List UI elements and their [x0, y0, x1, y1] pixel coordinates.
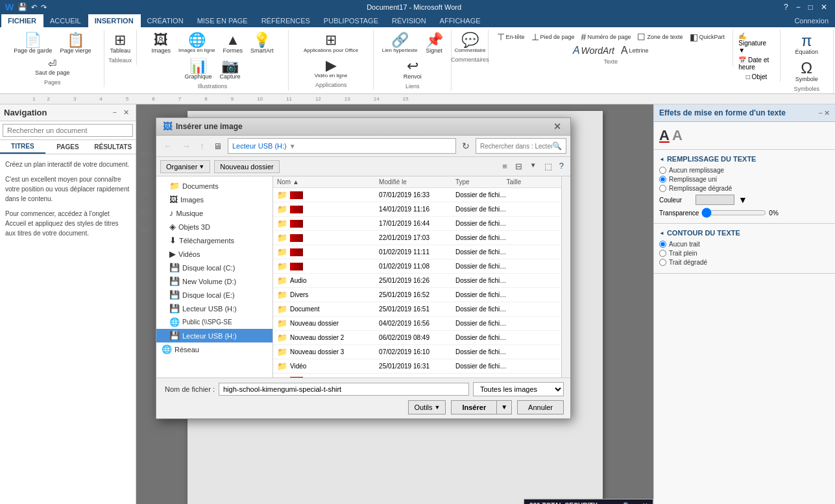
file-row[interactable]: 📁 07/02/2019 10:28 Dossier de fichiers	[273, 374, 561, 378]
address-chevron[interactable]: ▼	[289, 143, 296, 150]
file-row[interactable]: 📁Document 25/01/2019 16:51 Dossier de fi…	[273, 302, 561, 317]
btn-renvoi[interactable]: ↩Renvoi	[400, 57, 425, 82]
tree-item-lecteur-usb[interactable]: 💾 Lecteur USB (H:)	[156, 302, 272, 315]
btn-tableau[interactable]: ⊞Tableau	[106, 31, 134, 56]
tree-item-lecteur-usb2[interactable]: 💾 Lecteur USB (H:)	[156, 329, 272, 342]
right-pane-minimize[interactable]: −	[819, 109, 823, 117]
dialog-pc-btn[interactable]: 🖥	[210, 139, 225, 153]
file-row[interactable]: 📁 22/01/2019 17:03 Dossier de fichiers	[273, 231, 561, 245]
btn-lien[interactable]: 🔗Lien hypertexte	[379, 31, 421, 56]
outline-degrade-radio[interactable]	[659, 259, 666, 266]
btn-date[interactable]: 📅 Date et heure	[737, 55, 775, 72]
color-box[interactable]	[696, 195, 734, 205]
btn-signature[interactable]: ✍ Signature ▼	[737, 31, 775, 55]
file-row[interactable]: 📁Divers 25/01/2019 16:52 Dossier de fich…	[273, 288, 561, 302]
btn-page-vierge[interactable]: 📋Page vierge	[56, 31, 94, 56]
btn-numero-page[interactable]: #Numéro de page	[579, 31, 634, 43]
quick-redo[interactable]: ↷	[41, 3, 47, 12]
outline-plein-radio[interactable]	[659, 250, 666, 257]
filename-input[interactable]	[219, 383, 469, 396]
tree-item-volume-d[interactable]: 💾 New Volume (D:)	[156, 274, 272, 288]
view-details-btn[interactable]: ⊟	[512, 160, 526, 173]
insert-dropdown[interactable]: ▼	[496, 400, 512, 414]
fill-uni-radio[interactable]	[659, 176, 666, 183]
file-row[interactable]: 📁 14/01/2019 11:16 Dossier de fichiers	[273, 202, 561, 217]
file-row[interactable]: 📁 17/01/2019 16:44 Dossier de fichiers	[273, 217, 561, 231]
text-fill-icon[interactable]: A	[659, 127, 670, 144]
minimize-btn[interactable]: −	[793, 3, 803, 12]
right-pane-close[interactable]: ✕	[824, 109, 830, 117]
dialog-close-btn[interactable]: ✕	[551, 121, 564, 132]
outline-none-radio[interactable]	[659, 241, 666, 248]
dialog-back-btn[interactable]: ←	[160, 139, 176, 153]
tree-item-images[interactable]: 🖼 Images	[156, 193, 272, 206]
file-row[interactable]: 📁Audio 25/01/2019 16:26 Dossier de fichi…	[273, 274, 561, 288]
organize-btn[interactable]: Organiser ▼	[160, 160, 210, 173]
btn-capture[interactable]: 📷Capture	[217, 57, 244, 82]
btn-entete[interactable]: ⊤En-tête	[494, 31, 527, 43]
new-folder-btn[interactable]: Nouveau dossier	[214, 160, 280, 173]
file-row[interactable]: 📁 01/02/2019 11:08 Dossier de fichiers	[273, 259, 561, 274]
btn-wordart[interactable]: AWordArt	[570, 44, 617, 57]
tab-references[interactable]: RÉFÉRENCES	[255, 14, 317, 27]
tree-item-disque-c[interactable]: 💾 Disque local (C:)	[156, 261, 272, 274]
btn-saut-page[interactable]: ⏎Saut de page	[32, 57, 73, 78]
tree-item-musique[interactable]: ♪ Musique	[156, 206, 272, 220]
file-row[interactable]: 📁Nouveau dossier 3 07/02/2019 16:10 Doss…	[273, 345, 561, 359]
text-outline-title[interactable]: CONTOUR DU TEXTE	[659, 229, 830, 237]
help-btn[interactable]: ?	[781, 3, 791, 12]
filetype-select[interactable]: Toutes les images	[473, 382, 564, 396]
btn-pied-page[interactable]: ⊥Pied de page	[529, 31, 577, 43]
tools-btn[interactable]: Outils ▼	[408, 400, 446, 414]
btn-lettrine[interactable]: ALettrine	[618, 44, 651, 57]
btn-images[interactable]: 🖼Images	[149, 31, 175, 56]
tree-item-disque-e[interactable]: 💾 Disque local (E:)	[156, 288, 272, 302]
view-chevron-btn[interactable]: ▼	[527, 160, 540, 173]
tree-item-documents[interactable]: 📁 Documents	[156, 179, 272, 193]
file-row[interactable]: 📁Nouveau dossier 2 06/02/2019 08:49 Doss…	[273, 331, 561, 345]
btn-applications-office[interactable]: ⊞Applications pour Office	[300, 31, 361, 55]
nav-pane-minimize[interactable]: −	[110, 107, 119, 118]
col-header-name[interactable]: Nom ▲	[277, 178, 379, 186]
tree-item-public[interactable]: 🌐 Public (\\SPG-SE	[156, 315, 272, 329]
nav-tab-resultats[interactable]: RÉSULTATS	[90, 140, 136, 154]
col-header-size[interactable]: Taille	[506, 178, 557, 186]
dialog-forward-btn[interactable]: →	[178, 139, 194, 153]
nav-search-input[interactable]	[3, 124, 133, 137]
btn-quickpart[interactable]: ◧QuickPart	[687, 31, 728, 43]
dialog-help-btn[interactable]: ?	[557, 160, 566, 173]
file-row[interactable]: 📁Nouveau dossier 04/02/2019 16:56 Dossie…	[273, 317, 561, 331]
scrollbar[interactable]	[561, 176, 570, 378]
view-preview-btn[interactable]: ⬚	[541, 160, 555, 173]
tab-mise-en-page[interactable]: MISE EN PAGE	[191, 14, 255, 27]
btn-video-en-ligne[interactable]: ▶Vidéo en ligne	[311, 56, 351, 80]
btn-commentaire[interactable]: 💬Commentaire	[451, 31, 489, 55]
tab-revision[interactable]: RÉVISION	[385, 14, 433, 27]
fill-degrade-radio[interactable]	[659, 185, 666, 192]
tab-insertion[interactable]: INSERTION	[88, 14, 141, 27]
view-list-btn[interactable]: ≡	[499, 160, 511, 173]
file-row[interactable]: 📁 07/01/2019 16:33 Dossier de fichiers	[273, 188, 561, 202]
btn-symbole[interactable]: ΩSymbole	[792, 58, 821, 84]
tab-publipostage[interactable]: PUBLIPOSTAGE	[317, 14, 385, 27]
tab-accueil[interactable]: ACCUEIL	[43, 14, 88, 27]
insert-btn[interactable]: Insérer	[451, 400, 496, 414]
dialog-search-input[interactable]	[480, 143, 552, 150]
tree-item-objets3d[interactable]: ◈ Objets 3D	[156, 220, 272, 234]
nav-pane-close[interactable]: ✕	[121, 107, 132, 118]
nav-tab-pages[interactable]: PAGES	[45, 140, 91, 154]
quick-save[interactable]: 💾	[18, 3, 27, 12]
dialog-up-btn[interactable]: ↑	[197, 139, 208, 153]
color-picker-btn[interactable]: ▼	[738, 195, 747, 205]
btn-zone-texte[interactable]: ☐Zone de texte	[635, 31, 685, 43]
col-header-date[interactable]: Modifié le	[379, 178, 455, 186]
tab-affichage[interactable]: AFFICHAGE	[433, 14, 488, 27]
btn-graphique[interactable]: 📊Graphique	[182, 57, 215, 82]
tree-item-reseau[interactable]: 🌐 Réseau	[156, 342, 272, 356]
tab-creation[interactable]: CRÉATION	[141, 14, 191, 27]
btn-smartart[interactable]: 💡SmartArt	[247, 31, 277, 56]
quick-undo[interactable]: ↶	[31, 3, 37, 12]
fill-none-radio[interactable]	[659, 167, 666, 174]
tab-fichier[interactable]: FICHIER	[1, 14, 43, 27]
btn-objet[interactable]: □ Objet	[745, 72, 769, 82]
